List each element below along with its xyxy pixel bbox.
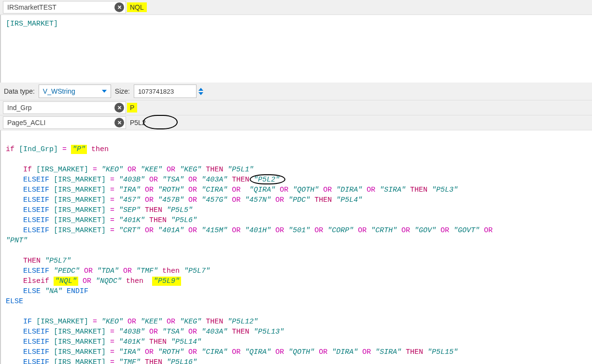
field-name-input-3[interactable]	[3, 116, 126, 129]
size-input[interactable]	[134, 84, 197, 98]
spinner-down-icon[interactable]	[198, 92, 203, 95]
expression-editor-1[interactable]: [IRS_MARKET]	[0, 15, 592, 83]
datatype-label: Data type:	[4, 87, 35, 95]
value-badge-p5l2: P5L2	[127, 118, 149, 127]
field-row-irsmarkettest: ✕ NQL	[0, 0, 592, 15]
field-row-page5acli: ✕ P5L2	[0, 115, 592, 130]
clear-field-2-button[interactable]: ✕	[114, 103, 124, 112]
size-label: Size:	[115, 87, 130, 95]
expression-text: [IRS_MARKET]	[6, 20, 58, 28]
chevron-down-icon	[102, 90, 107, 93]
clear-field-1-button[interactable]: ✕	[114, 2, 124, 12]
value-badge-p: P	[127, 103, 137, 112]
clear-field-3-button[interactable]: ✕	[114, 118, 124, 127]
datatype-row: Data type: V_WString Size:	[0, 83, 592, 100]
value-badge-nql: NQL	[127, 2, 147, 12]
formula-code-editor[interactable]: if [Ind_Grp] = "P" then If [IRS_MARKET] …	[0, 130, 592, 364]
field-name-input-2[interactable]	[3, 101, 126, 114]
spinner-up-icon[interactable]	[198, 88, 203, 91]
field-name-input-1[interactable]	[3, 1, 126, 14]
field-row-indgrp: ✕ P	[0, 100, 592, 115]
size-spinner[interactable]	[198, 84, 203, 98]
datatype-value: V_WString	[43, 87, 75, 95]
datatype-select[interactable]: V_WString	[39, 84, 111, 98]
